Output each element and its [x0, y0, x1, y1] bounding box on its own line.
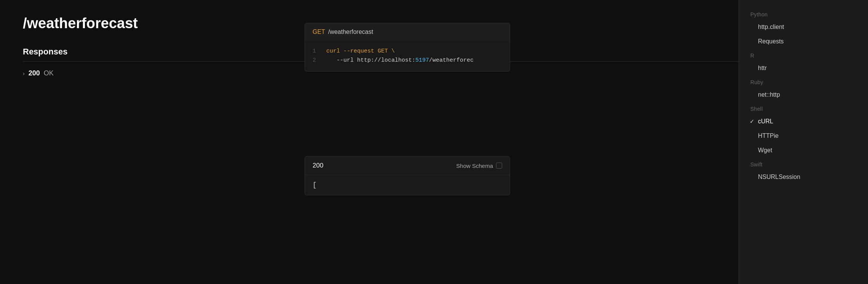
section-swift: Swift NSURLSession	[739, 158, 868, 184]
code-request-bar: GET/weatherforecast	[305, 23, 510, 41]
section-ruby: Ruby net::http	[739, 75, 868, 102]
section-label-ruby: Ruby	[739, 75, 868, 88]
status-text: OK	[44, 69, 54, 77]
dropdown-item-wget[interactable]: Wget	[739, 143, 868, 158]
show-schema-checkbox[interactable]	[496, 163, 502, 169]
section-shell: Shell ✓ cURL HTTPie Wget	[739, 102, 868, 158]
language-dropdown-menu: Python http.client Requests R httr Ruby …	[739, 0, 868, 284]
dropdown-item-curl[interactable]: ✓ cURL	[739, 114, 868, 129]
response-status: 200	[313, 162, 323, 169]
dropdown-item-httpie[interactable]: HTTPie	[739, 129, 868, 143]
section-r: R httr	[739, 49, 868, 75]
status-code: 200	[29, 69, 40, 77]
dropdown-item-net-http[interactable]: net::http	[739, 88, 868, 102]
chevron-right-icon: ›	[23, 70, 25, 77]
dropdown-item-requests[interactable]: Requests	[739, 34, 868, 49]
dropdown-item-httr[interactable]: httr	[739, 61, 868, 75]
line-num-1: 1	[313, 47, 320, 56]
section-label-swift: Swift	[739, 158, 868, 170]
dropdown-item-http-client[interactable]: http.client	[739, 20, 868, 34]
response-panel-body: [	[305, 175, 510, 195]
response-body-start: [	[313, 181, 317, 189]
code-line-2: 2 --url http://localhost:5197/weatherfor…	[313, 56, 502, 65]
show-schema-row: Show Schema	[456, 163, 502, 169]
response-panel-header: 200 Show Schema	[305, 156, 510, 175]
http-method: GET	[313, 29, 325, 35]
code-content-2a: --url http://localhost:5197/weatherforec	[326, 56, 474, 65]
section-label-r: R	[739, 49, 868, 61]
request-path: /weatherforecast	[328, 29, 373, 35]
section-python: Python http.client Requests	[739, 8, 868, 49]
code-block: 1 curl --request GET \ 2 --url http://lo…	[305, 41, 510, 72]
dropdown-item-nsurlsession[interactable]: NSURLSession	[739, 170, 868, 184]
section-label-python: Python	[739, 8, 868, 20]
code-content-1: curl --request GET \	[326, 47, 395, 56]
code-line-1: 1 curl --request GET \	[313, 47, 502, 56]
line-num-2: 2	[313, 56, 320, 65]
section-label-shell: Shell	[739, 102, 868, 114]
response-panel: 200 Show Schema [	[305, 156, 510, 195]
show-schema-label: Show Schema	[456, 163, 493, 169]
code-panel: GET/weatherforecast 1 curl --request GET…	[305, 23, 510, 72]
checkmark-icon: ✓	[750, 118, 755, 125]
